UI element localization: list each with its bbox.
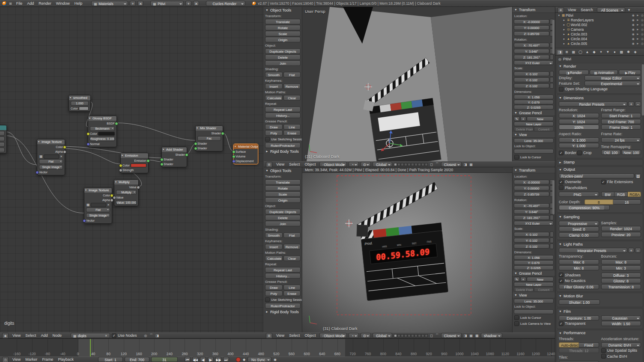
tool-button-origin[interactable]: Origin: [265, 37, 301, 42]
display-dropdown[interactable]: Image Editor: [584, 75, 641, 80]
render-samples-field[interactable]: Render: 1024: [601, 226, 641, 231]
next-keyframe-button[interactable]: ▶▶: [215, 357, 221, 362]
transform-field[interactable]: Lens: 35.000: [514, 299, 554, 303]
bw-toggle[interactable]: BW: [601, 192, 615, 197]
tool-button-origin[interactable]: Origin: [265, 197, 301, 203]
visibility-icon[interactable]: ◉: [631, 23, 635, 27]
menu-select[interactable]: Select: [287, 333, 302, 338]
node-image-texture-2[interactable]: Image TextureColorAlpha▦✕FlatSingle Imag…: [84, 187, 112, 224]
outliner-row-renderlayers[interactable]: ▸≣RenderLayers◉►◎: [555, 18, 644, 22]
color-swatch[interactable]: [131, 163, 146, 167]
node-value-field[interactable]: [0, 148, 5, 152]
rotation-mode-dropdown[interactable]: XYZ Euler: [514, 221, 554, 226]
no-caustics-checkbox[interactable]: No Caustics: [559, 278, 599, 283]
tool-button-draw[interactable]: Draw: [265, 124, 283, 130]
image-datablock-row[interactable]: ▦✕: [39, 154, 63, 158]
preset-remove-button[interactable]: −: [635, 101, 641, 107]
panel-film-header[interactable]: ▼ Film: [557, 309, 643, 314]
orientation-dropdown[interactable]: Global: [373, 162, 392, 167]
menu-playback[interactable]: Playback: [56, 357, 76, 362]
tab-material[interactable]: ●: [611, 49, 618, 55]
jump-to-start-button[interactable]: ⏮: [185, 357, 191, 362]
menu-view[interactable]: View: [10, 333, 23, 338]
glossy-bounces-field[interactable]: Glossy: 8: [601, 278, 641, 283]
expand-icon[interactable]: ▸: [562, 42, 566, 45]
remap-new-field[interactable]: New: 100: [621, 150, 641, 155]
snap-element-dropdown[interactable]: Closest: [441, 333, 462, 338]
tool-button-line[interactable]: Line: [283, 124, 301, 130]
tab-world[interactable]: ◯: [577, 49, 584, 55]
view-panel-header[interactable]: ▼View: [513, 292, 555, 298]
grease-add-icon[interactable]: +: [520, 116, 526, 121]
menu-marker[interactable]: Marker: [23, 357, 39, 362]
image-datablock-row[interactable]: ▦✕: [86, 203, 110, 207]
npanel-scrollbar[interactable]: [552, 20, 555, 54]
keyframe-button[interactable]: [550, 231, 554, 237]
tab-object[interactable]: ▲: [584, 49, 590, 55]
editor-type-icon[interactable]: ⊞: [9, 2, 12, 6]
expand-icon[interactable]: ▾: [557, 14, 561, 17]
lock-icon[interactable]: ◻: [429, 334, 433, 338]
menu-view[interactable]: View: [10, 357, 23, 362]
output-socket[interactable]: [221, 132, 224, 135]
jump-to-end-button[interactable]: ⏭: [223, 357, 229, 362]
panel-sampling-header[interactable]: ▼ Sampling: [557, 214, 643, 220]
overwrite-checkbox[interactable]: Overwrite: [559, 179, 599, 184]
grease-new-button[interactable]: New: [527, 116, 554, 121]
node-editor[interactable]: smoothed1.000ColorGlossy BSDFBSDFBeckman…: [0, 7, 264, 332]
selectable-icon[interactable]: ►: [635, 23, 640, 26]
outliner-row-world-002[interactable]: ▸◯World.002◉►◎: [555, 22, 644, 27]
transform-field[interactable]: X: 0.102: [514, 71, 549, 76]
node-value-field[interactable]: Roughness: 0.100: [90, 136, 115, 141]
play-reverse-button[interactable]: ◀: [200, 357, 206, 362]
bounces-min-field[interactable]: Min: 3: [601, 265, 641, 270]
keyframe-button[interactable]: [550, 54, 554, 60]
node-material-output[interactable]: Material OutputSurfaceVolumeDisplacement: [233, 144, 258, 164]
node-emission[interactable]: EmissionEmissionColorStrength: [120, 153, 149, 173]
render-button[interactable]: ◨Render: [559, 70, 589, 75]
tool-button-flat[interactable]: Flat: [283, 232, 301, 238]
tool-button-calculate[interactable]: Calculate: [265, 95, 283, 101]
layers-widget[interactable]: [394, 334, 428, 337]
blender-logo-icon[interactable]: [2, 1, 7, 6]
output-socket[interactable]: [63, 145, 66, 149]
visibility-icon[interactable]: ◉: [631, 37, 635, 41]
renderable-icon[interactable]: ◎: [640, 14, 644, 17]
depth-16-toggle[interactable]: 16: [613, 199, 641, 205]
opengl-animation-icon[interactable]: ▦: [469, 163, 474, 166]
node-value-field[interactable]: Fac: [197, 136, 221, 141]
lock-camera-checkbox[interactable]: Lock Camera to View: [514, 321, 553, 326]
node-tree-datablock[interactable]: ▦ digits ✕: [71, 333, 110, 338]
renderable-icon[interactable]: ◎: [640, 42, 644, 45]
tool-button-calculate[interactable]: Calculate: [265, 255, 283, 261]
outliner-row-pitivi[interactable]: ▾▦Pitivi◉►◎: [555, 13, 644, 18]
node-dropdown[interactable]: Flat: [86, 208, 110, 212]
transform-field[interactable]: X: 1.056: [514, 255, 554, 260]
lock-to-cursor-checkbox[interactable]: Lock to Cursor: [514, 315, 553, 320]
rigid-body-tools-header[interactable]: ►Rigid Body Tools: [264, 309, 302, 315]
tool-button-history-[interactable]: History...: [265, 273, 301, 279]
transform-field[interactable]: Lens: 35.000: [514, 138, 554, 143]
npanel-scrollbar[interactable]: [552, 180, 555, 214]
tool-button-delete[interactable]: Delete: [265, 54, 301, 60]
transform-field[interactable]: Y: 0.102: [514, 238, 549, 243]
delete-frame-button[interactable]: Delete Frame: [514, 127, 534, 131]
menu-node[interactable]: Node: [50, 333, 64, 338]
menu-file[interactable]: File: [14, 1, 25, 6]
matcap-icon[interactable]: ▩: [475, 334, 479, 338]
tool-button-duplicate-objects[interactable]: Duplicate Objects: [265, 209, 301, 214]
osl-checkbox[interactable]: Open Shading Language: [559, 86, 641, 92]
snap-magnet-icon[interactable]: ⌒: [435, 333, 439, 338]
render-presets-dropdown[interactable]: Render Presets: [559, 101, 627, 107]
output-socket[interactable]: [63, 150, 66, 154]
resolution-x-field[interactable]: X: 1024: [559, 113, 599, 118]
input-socket[interactable]: [86, 132, 90, 136]
tool-button-clear[interactable]: Clear: [283, 95, 301, 101]
transform-field[interactable]: Y: 3.648°: [514, 49, 549, 53]
menu-object[interactable]: Object: [302, 333, 318, 338]
filter-icon[interactable]: ▼: [627, 8, 631, 12]
selectable-icon[interactable]: ►: [635, 28, 640, 31]
keyframe-button[interactable]: [550, 77, 554, 83]
node-header[interactable]: Multiply: [114, 180, 138, 184]
outliner-type-icon[interactable]: ≣: [558, 7, 564, 13]
